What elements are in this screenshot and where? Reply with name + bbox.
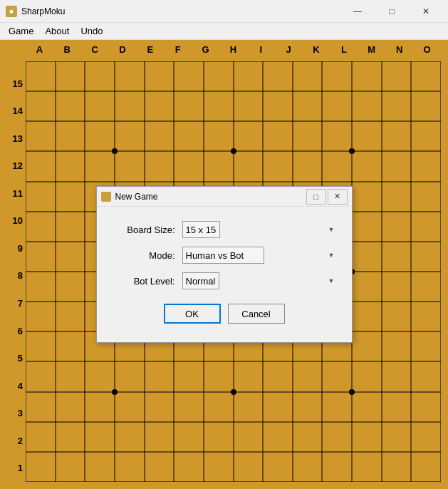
- mode-label: Mode:: [111, 250, 175, 261]
- minimize-button[interactable]: —: [341, 1, 374, 21]
- menu-undo[interactable]: Undo: [75, 24, 108, 38]
- bot-level-select[interactable]: EasyNormalHard: [182, 272, 219, 289]
- dialog-titlebar: New Game □ ✕: [97, 187, 352, 207]
- close-button[interactable]: ✕: [410, 1, 442, 21]
- bot-level-label: Bot Level:: [111, 276, 175, 287]
- menu-game[interactable]: Game: [3, 24, 39, 38]
- cancel-button[interactable]: Cancel: [228, 304, 285, 324]
- board-size-row: Board Size: 9 x 913 x 1315 x 1519 x 19: [111, 221, 338, 238]
- dialog-body: Board Size: 9 x 913 x 1315 x 1519 x 19 M…: [97, 207, 352, 335]
- maximize-button[interactable]: □: [375, 1, 408, 21]
- board-size-label: Board Size:: [111, 225, 175, 235]
- dialog-buttons: OK Cancel: [111, 301, 338, 324]
- dialog-maximize-button[interactable]: □: [306, 189, 326, 205]
- bot-level-select-wrapper: EasyNormalHard: [182, 272, 338, 289]
- board-size-select[interactable]: 9 x 913 x 1315 x 1519 x 19: [182, 221, 220, 238]
- dialog-icon: [101, 192, 111, 202]
- mode-row: Mode: Human vs HumanHuman vs BotBot vs B…: [111, 247, 338, 264]
- dialog-close-button[interactable]: ✕: [328, 189, 348, 205]
- dialog-overlay: New Game □ ✕ Board Size: 9 x 913 x 1315 …: [0, 40, 448, 489]
- app-title: SharpMoku: [21, 6, 341, 16]
- app-icon: ■: [6, 6, 17, 17]
- bot-level-row: Bot Level: EasyNormalHard: [111, 272, 338, 289]
- title-bar: ■ SharpMoku — □ ✕: [0, 0, 448, 23]
- menu-bar: Game About Undo: [0, 23, 448, 40]
- window-controls: — □ ✕: [341, 1, 442, 21]
- new-game-dialog: New Game □ ✕ Board Size: 9 x 913 x 1315 …: [96, 186, 353, 343]
- dialog-title: New Game: [115, 192, 305, 202]
- board-size-select-wrapper: 9 x 913 x 1315 x 1519 x 19: [182, 221, 338, 238]
- menu-about[interactable]: About: [39, 24, 75, 38]
- mode-select-wrapper: Human vs HumanHuman vs BotBot vs Bot: [182, 247, 338, 264]
- ok-button[interactable]: OK: [164, 304, 221, 324]
- board-area: ABCDEFGHIJKLMNO 151413121110987654321 Ne…: [0, 40, 448, 489]
- mode-select[interactable]: Human vs HumanHuman vs BotBot vs Bot: [182, 247, 264, 264]
